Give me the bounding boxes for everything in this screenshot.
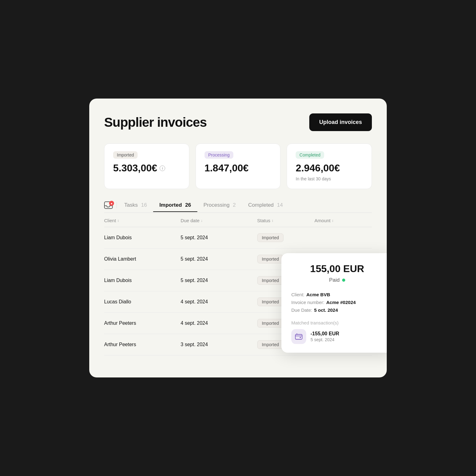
tab-tasks[interactable]: Tasks 16 [118, 202, 153, 212]
table-row[interactable]: Liam Dubois 5 sept. 2024 Imported [104, 227, 372, 249]
completed-subtitle: In the last 30 days [296, 176, 363, 181]
status-badge: Imported [257, 298, 284, 306]
cell-client: Lucas Diallo [104, 299, 181, 305]
status-badge: Imported [257, 319, 284, 328]
stat-card-imported: Imported 5.303,00€ i [104, 143, 189, 189]
transaction-icon-wrap [291, 329, 306, 344]
cell-client: Olivia Lambert [104, 256, 181, 262]
popup-transactions-label: Matched transaction(s) [291, 320, 383, 325]
app-container: Supplier invoices Upload invoices Import… [89, 99, 387, 377]
processing-badge: Processing [205, 151, 233, 159]
cell-client: Liam Dubois [104, 278, 181, 283]
tab-inbox[interactable]: ● [104, 201, 113, 213]
stat-card-processing: Processing 1.847,00€ [196, 143, 281, 189]
popup-due-date-value: 5 oct. 2024 [314, 307, 338, 313]
popup-invoice-value: Acme #02024 [326, 300, 356, 305]
cell-client: Arthur Peeters [104, 342, 181, 347]
popup-due-date-row: Due Date: 5 oct. 2024 [291, 307, 383, 313]
tabs-bar: ● Tasks 16 Imported 26 Processing 2 Comp… [104, 201, 372, 213]
transaction-date: 5 sept. 2024 [311, 337, 339, 342]
status-badge: Imported [257, 233, 284, 242]
upload-invoices-button[interactable]: Upload invoices [309, 113, 372, 131]
wallet-icon [295, 333, 303, 341]
header-client[interactable]: Client ↕ [104, 218, 181, 223]
transaction-amount: -155,00 EUR [311, 331, 339, 337]
cell-client: Arthur Peeters [104, 320, 181, 326]
paid-dot [342, 279, 345, 282]
header-due-date[interactable]: Due date ↓ [181, 218, 257, 223]
header-status[interactable]: Status ↕ [257, 218, 315, 223]
table-header: Client ↕ Due date ↓ Status ↕ Amount ↕ [104, 213, 372, 227]
stat-card-completed: Completed 2.946,00€ In the last 30 days [287, 143, 372, 189]
cell-due-date: 5 sept. 2024 [181, 256, 257, 262]
popup-invoice-row: Invoice number: Acme #02024 [291, 300, 383, 305]
tab-divider [117, 202, 117, 208]
popup-client-value: Acme BVB [306, 292, 330, 297]
cell-due-date: 4 sept. 2024 [181, 299, 257, 305]
header-amount[interactable]: Amount ↕ [315, 218, 372, 223]
cell-due-date: 5 sept. 2024 [181, 235, 257, 240]
sort-icon-status: ↕ [271, 218, 273, 223]
tab-completed[interactable]: Completed 14 [242, 202, 289, 212]
invoice-popup-card: 155,00 EUR Paid Client: Acme BVB Invoice… [281, 253, 387, 353]
cell-due-date: 4 sept. 2024 [181, 320, 257, 326]
info-icon[interactable]: i [160, 165, 165, 171]
sort-icon-due-date: ↓ [201, 218, 203, 223]
svg-point-2 [300, 337, 301, 338]
imported-amount: 5.303,00€ i [113, 162, 180, 174]
stats-row: Imported 5.303,00€ i Processing 1.847,00… [104, 143, 372, 189]
cell-client: Liam Dubois [104, 235, 181, 240]
completed-amount: 2.946,00€ [296, 162, 363, 174]
completed-badge: Completed [296, 151, 324, 159]
cell-due-date: 3 sept. 2024 [181, 342, 257, 347]
cell-status: Imported [257, 233, 315, 242]
popup-details: Client: Acme BVB Invoice number: Acme #0… [291, 292, 383, 313]
transaction-info: -155,00 EUR 5 sept. 2024 [311, 331, 339, 342]
imported-badge: Imported [113, 151, 138, 159]
cell-due-date: 5 sept. 2024 [181, 278, 257, 283]
page-title: Supplier invoices [104, 115, 207, 130]
svg-rect-1 [295, 334, 302, 339]
status-badge: Imported [257, 255, 284, 263]
tab-processing[interactable]: Processing 2 [197, 202, 242, 212]
popup-client-row: Client: Acme BVB [291, 292, 383, 297]
inbox-notification-badge: ● [109, 201, 114, 206]
status-badge: Imported [257, 340, 284, 349]
processing-amount: 1.847,00€ [205, 162, 272, 174]
status-badge: Imported [257, 276, 284, 285]
popup-amount: 155,00 EUR [291, 263, 383, 275]
page-header: Supplier invoices Upload invoices [104, 113, 372, 131]
sort-icon-client: ↕ [117, 218, 119, 223]
popup-transaction-item: -155,00 EUR 5 sept. 2024 [291, 329, 383, 344]
sort-icon-amount: ↕ [332, 218, 334, 223]
tab-imported[interactable]: Imported 26 [153, 202, 197, 212]
popup-status: Paid [291, 277, 383, 283]
